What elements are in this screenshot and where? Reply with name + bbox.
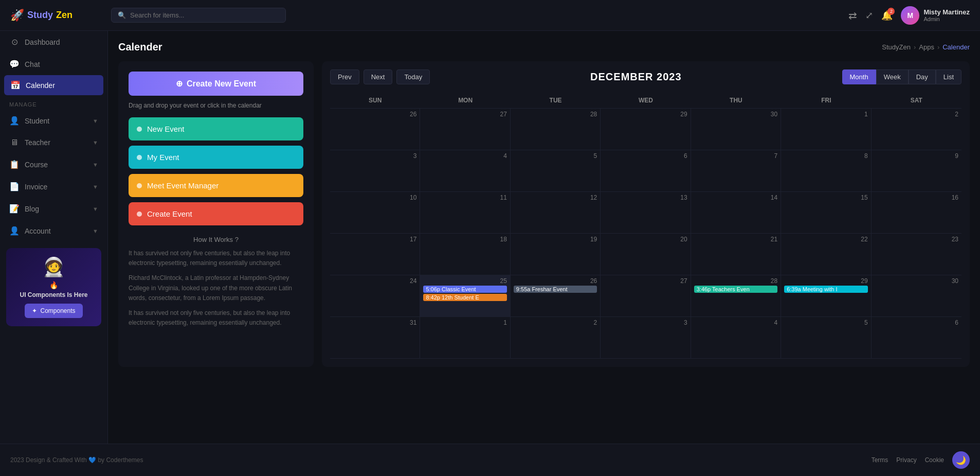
footer-copyright: 2023 Design & Crafted With 💙 by Coderthe… (10, 456, 143, 464)
calendar-cell[interactable]: 296:39a Meeting with I (781, 275, 871, 316)
calendar-cell[interactable]: 27 (420, 109, 510, 150)
how-works-title: How It Works ? (129, 236, 303, 243)
calendar-cell[interactable]: 5 (511, 150, 601, 191)
cell-number: 29 (784, 277, 867, 285)
chevron-down-icon: ▼ (93, 184, 98, 190)
calendar-cell[interactable]: 2 (872, 109, 961, 150)
calendar-cell[interactable]: 18 (420, 234, 510, 275)
calendar-cell[interactable]: 21 (691, 234, 781, 275)
cell-number: 10 (333, 194, 416, 201)
today-button[interactable]: Today (396, 69, 430, 84)
event-dot (137, 183, 142, 188)
calendar-cell[interactable]: 9 (872, 150, 961, 191)
calendar-cell[interactable]: 13 (601, 192, 691, 233)
calendar-event[interactable]: 8:42p 12th Student E (423, 294, 506, 301)
calendar-cell[interactable]: 29 (601, 109, 691, 150)
calendar-cell[interactable]: 5 (781, 317, 871, 358)
cookie-link[interactable]: Cookie (925, 456, 944, 464)
event-item-my[interactable]: My Event (129, 146, 303, 169)
calendar-cell[interactable]: 28 (511, 109, 601, 150)
create-event-icon: ⊕ (176, 79, 183, 89)
prev-button[interactable]: Prev (330, 69, 359, 84)
calendar-cell[interactable]: 15 (781, 192, 871, 233)
user-info[interactable]: M Misty Martinez Admin (901, 6, 970, 25)
event-item-create[interactable]: Create Event (129, 202, 303, 225)
dashboard-icon: ⊙ (9, 37, 20, 47)
content: Calender StudyZen › Apps › Calender ⊕ Cr… (108, 31, 980, 444)
calendar-cell[interactable]: 7 (691, 150, 781, 191)
sidebar-item-label: Teacher (25, 138, 50, 147)
view-list-button[interactable]: List (936, 69, 961, 84)
calendar-cell[interactable]: 2 (511, 317, 601, 358)
calendar-cell[interactable]: 255:06p Classic Event8:42p 12th Student … (420, 275, 510, 316)
cell-number: 17 (333, 236, 416, 243)
calendar-cell[interactable]: 1 (781, 109, 871, 150)
view-month-button[interactable]: Month (842, 69, 876, 84)
sidebar-item-blog[interactable]: 📝 Blog ▼ (0, 198, 107, 220)
cell-number: 24 (333, 277, 416, 285)
calendar-event[interactable]: 5:06p Classic Event (423, 286, 506, 293)
calendar-cell[interactable]: 1 (420, 317, 510, 358)
calendar-cell[interactable]: 4 (420, 150, 510, 191)
translate-icon[interactable]: ⇄ (848, 9, 857, 22)
calendar-cell[interactable]: 24 (330, 275, 420, 316)
calendar-cell[interactable]: 3 (601, 317, 691, 358)
sidebar-item-student[interactable]: 👤 Student ▼ (0, 110, 107, 132)
search-bar[interactable]: 🔍 (111, 8, 286, 23)
cell-number: 30 (694, 111, 777, 118)
theme-toggle-button[interactable]: 🌙 (952, 451, 970, 469)
calendar-cell[interactable]: 8 (781, 150, 871, 191)
calendar-cell[interactable]: 6 (872, 317, 961, 358)
calendar-cell[interactable]: 17 (330, 234, 420, 275)
view-week-button[interactable]: Week (876, 69, 909, 84)
cell-number: 14 (694, 194, 777, 201)
calendar-cell[interactable]: 30 (872, 275, 961, 316)
fullscreen-icon[interactable]: ⤢ (865, 10, 873, 21)
search-input[interactable] (130, 11, 279, 19)
privacy-link[interactable]: Privacy (896, 456, 916, 464)
terms-link[interactable]: Terms (872, 456, 888, 464)
calendar-cell[interactable]: 20 (601, 234, 691, 275)
components-button[interactable]: ✦ Components (25, 304, 82, 318)
calendar-cell[interactable]: 31 (330, 317, 420, 358)
sidebar-item-course[interactable]: 📋 Course ▼ (0, 153, 107, 175)
how-desc-3: It has survived not only five centuries,… (129, 308, 303, 328)
calendar-cell[interactable]: 22 (781, 234, 871, 275)
calendar-cell[interactable]: 23 (872, 234, 961, 275)
calendar-cell[interactable]: 16 (872, 192, 961, 233)
sidebar-item-chat[interactable]: 💬 Chat (0, 53, 107, 75)
notification-icon[interactable]: 🔔 2 (881, 10, 893, 21)
calendar-cell[interactable]: 11 (420, 192, 510, 233)
user-name: Misty Martinez (923, 8, 970, 16)
calendar-cell[interactable]: 269:55a Freshar Event (511, 275, 601, 316)
calendar-cell[interactable]: 10 (330, 192, 420, 233)
student-icon: 👤 (9, 116, 20, 126)
calendar-cell[interactable]: 19 (511, 234, 601, 275)
calendar-cell[interactable]: 12 (511, 192, 601, 233)
calendar-cell[interactable]: 283:46p Teachers Even (691, 275, 781, 316)
event-item-meet[interactable]: Meet Event Manager (129, 174, 303, 197)
calendar-event[interactable]: 6:39a Meeting with I (784, 286, 867, 293)
calendar-cell[interactable]: 26 (330, 109, 420, 150)
next-button[interactable]: Next (364, 69, 393, 84)
sidebar-item-teacher[interactable]: 🖥 Teacher ▼ (0, 132, 107, 153)
calendar-event[interactable]: 9:55a Freshar Event (514, 286, 597, 293)
calendar-event[interactable]: 3:46p Teachers Even (694, 286, 777, 293)
cell-number: 28 (514, 111, 597, 118)
event-item-new[interactable]: New Event (129, 117, 303, 140)
calendar-cell[interactable]: 6 (601, 150, 691, 191)
search-icon: 🔍 (118, 11, 126, 19)
sidebar-item-calender[interactable]: 📅 Calender (4, 75, 103, 95)
sidebar-item-dashboard[interactable]: ⊙ Dashboard (0, 31, 107, 53)
create-new-event-button[interactable]: ⊕ Create New Event (129, 72, 303, 96)
calendar-cell[interactable]: 3 (330, 150, 420, 191)
calendar-cell[interactable]: 14 (691, 192, 781, 233)
view-day-button[interactable]: Day (909, 69, 936, 84)
calendar-cell[interactable]: 27 (601, 275, 691, 316)
calendar-cell[interactable]: 4 (691, 317, 781, 358)
sidebar-item-label: Course (25, 161, 48, 169)
main-layout: ⊙ Dashboard 💬 Chat 📅 Calender Manage 👤 S… (0, 31, 980, 444)
calendar-cell[interactable]: 30 (691, 109, 781, 150)
sidebar-item-invoice[interactable]: 📄 Invoice ▼ (0, 175, 107, 198)
sidebar-item-account[interactable]: 👤 Account ▼ (0, 220, 107, 242)
